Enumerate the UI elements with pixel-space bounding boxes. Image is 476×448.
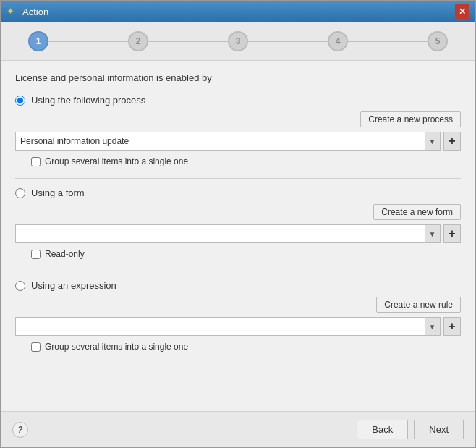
form-radio-row: Using a form <box>15 187 461 198</box>
close-button[interactable]: ✕ <box>455 4 469 19</box>
step-3[interactable]: 3 <box>228 31 248 51</box>
process-dropdown[interactable]: Personal information update <box>15 132 425 151</box>
footer: ? Back Next <box>1 411 475 447</box>
main-area: License and personal information is enab… <box>1 61 475 411</box>
step-2[interactable]: 2 <box>128 31 148 51</box>
form-checkbox-row: Read-only <box>31 249 461 259</box>
steps-bar: 1 2 3 4 5 <box>1 22 475 61</box>
expression-section: Using an expression Create a new rule ▼ … <box>15 280 461 352</box>
form-section: Using a form Create a new form ▼ + Read-… <box>15 187 461 259</box>
form-dropdown-row: ▼ + <box>15 224 461 243</box>
create-form-button[interactable]: Create a new form <box>373 204 461 220</box>
form-add-button[interactable]: + <box>443 224 461 243</box>
next-button[interactable]: Next <box>414 420 464 439</box>
title-bar: ✦ Action ✕ <box>1 1 475 22</box>
form-radio[interactable] <box>15 188 25 198</box>
window-title: Action <box>22 7 48 17</box>
process-group-checkbox[interactable] <box>31 157 41 166</box>
expression-dropdown-arrow[interactable]: ▼ <box>425 317 441 336</box>
expression-add-button[interactable]: + <box>443 317 461 336</box>
expression-radio[interactable] <box>15 281 25 291</box>
process-dropdown-arrow[interactable]: ▼ <box>425 132 441 151</box>
divider-1 <box>15 178 461 179</box>
step-1[interactable]: 1 <box>28 31 48 51</box>
expression-group-checkbox[interactable] <box>31 342 41 352</box>
form-checkbox-label[interactable]: Read-only <box>45 249 85 259</box>
create-process-btn-row: Create a new process <box>15 111 461 127</box>
footer-right: Back Next <box>357 420 464 439</box>
process-radio[interactable] <box>15 96 25 106</box>
form-readonly-checkbox[interactable] <box>31 250 41 259</box>
footer-left: ? <box>12 422 28 438</box>
process-radio-row: Using the following process <box>15 95 461 106</box>
window-content: 1 2 3 4 5 Lic <box>1 22 475 447</box>
process-checkbox-row: Group several items into a single one <box>31 156 461 166</box>
form-dropdown-arrow[interactable]: ▼ <box>425 224 441 243</box>
main-window: ✦ Action ✕ 1 2 3 4 <box>0 0 476 448</box>
section-title: License and personal information is enab… <box>15 72 461 83</box>
process-section: Using the following process Create a new… <box>15 95 461 166</box>
process-add-button[interactable]: + <box>443 132 461 151</box>
divider-2 <box>15 271 461 271</box>
process-dropdown-row: Personal information update ▼ + <box>15 132 461 151</box>
step-4[interactable]: 4 <box>328 31 348 51</box>
expression-dropdown[interactable] <box>15 317 425 336</box>
create-process-button[interactable]: Create a new process <box>360 111 461 127</box>
expression-dropdown-row: ▼ + <box>15 317 461 336</box>
step-5[interactable]: 5 <box>428 31 448 51</box>
step-line-3 <box>248 41 328 42</box>
app-icon: ✦ <box>7 6 18 17</box>
step-line-4 <box>348 41 428 42</box>
expression-radio-row: Using an expression <box>15 280 461 291</box>
expression-radio-label[interactable]: Using an expression <box>31 280 116 291</box>
steps-container: 1 2 3 4 5 <box>28 31 448 51</box>
step-line-2 <box>148 41 228 42</box>
create-rule-btn-row: Create a new rule <box>15 297 461 313</box>
process-radio-label[interactable]: Using the following process <box>31 95 145 106</box>
process-checkbox-label[interactable]: Group several items into a single one <box>45 156 188 166</box>
expression-checkbox-row: Group several items into a single one <box>31 342 461 352</box>
form-dropdown[interactable] <box>15 224 425 243</box>
title-bar-left: ✦ Action <box>7 6 48 17</box>
create-form-btn-row: Create a new form <box>15 204 461 220</box>
form-radio-label[interactable]: Using a form <box>31 187 85 198</box>
back-button[interactable]: Back <box>357 420 408 439</box>
create-rule-button[interactable]: Create a new rule <box>376 297 461 313</box>
step-line-1 <box>48 41 128 42</box>
help-button[interactable]: ? <box>12 422 28 438</box>
expression-checkbox-label[interactable]: Group several items into a single one <box>45 342 188 352</box>
